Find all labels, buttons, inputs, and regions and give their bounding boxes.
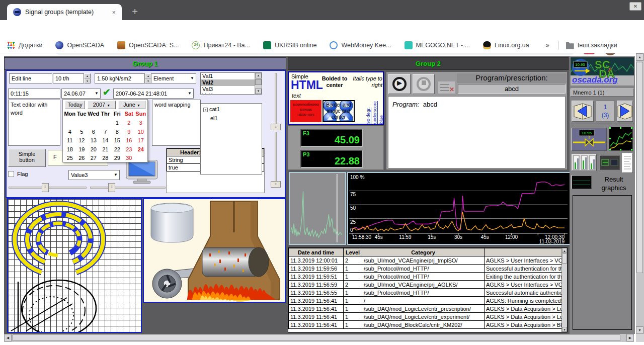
scroll-thumb[interactable] (255, 79, 262, 85)
program-field[interactable]: abcd (458, 84, 566, 94)
tree-node-row[interactable]: +cat1 (201, 104, 262, 112)
list-item[interactable]: Val1 (201, 73, 262, 79)
list-item[interactable]: Val4 (201, 93, 262, 95)
calendar-day[interactable]: 3 (135, 119, 147, 128)
calendar-day[interactable] (88, 119, 100, 128)
segments-thumbnail[interactable] (600, 155, 620, 170)
calendar-day[interactable]: 26 (76, 154, 88, 163)
page-horizontal-scrollbar[interactable]: ◀ ▶ (4, 334, 634, 342)
bookmark-item[interactable]: Linux.org.ua (483, 41, 529, 49)
tab-close-icon[interactable]: × (110, 9, 118, 16)
calendar-day[interactable]: 17 (135, 136, 147, 145)
log-row[interactable]: 11.3.2019 11:59:511/sub_Protocol/mod_HTT… (289, 273, 563, 281)
vslider1-handle[interactable]: ≡ (271, 124, 281, 130)
chevron-down-icon[interactable]: ▼ (114, 173, 118, 177)
calendar-day[interactable]: 14 (100, 136, 112, 145)
scroll-down-icon[interactable]: ▼ (255, 89, 262, 94)
stop-button[interactable] (413, 74, 435, 94)
log-row[interactable]: 11.3.2019 12:00:012/sub_UI/mod_VCAEngine… (289, 256, 563, 265)
calendar-day[interactable]: 29 (111, 154, 123, 163)
next-page-button[interactable] (617, 101, 633, 122)
calendar-day[interactable]: 13 (88, 136, 100, 145)
scroll-down-icon[interactable]: ▼ (636, 326, 643, 334)
document-thumbnail[interactable] (622, 153, 633, 173)
calendar-month-combobox[interactable]: June ▼ (118, 101, 145, 109)
calendar-day[interactable]: 21 (100, 145, 112, 154)
bookmark-item[interactable]: OpenSCADA: S... (117, 41, 179, 49)
calendar-day[interactable]: 23 (123, 145, 135, 154)
mnemo-selector[interactable]: Mnemo 1 (1) (571, 89, 634, 97)
bookmark-item[interactable]: » (542, 42, 549, 49)
log-row[interactable]: 11.3.2019 11:56:411/sub_DAQ/mod_LogicLev… (289, 305, 563, 313)
calendar-day[interactable]: 16 (123, 136, 135, 145)
prescription-list-button[interactable]: ✕ (438, 81, 456, 94)
list-scrollbar[interactable]: ▲▼ (255, 73, 262, 94)
bookmark-item[interactable]: MEGOGO.NET - ... (405, 41, 470, 49)
tree-widget[interactable]: +cat1 el1 (200, 103, 262, 175)
scroll-up-icon[interactable]: ▲ (562, 248, 567, 253)
word-wrap-area[interactable]: word wrapping (152, 100, 201, 146)
scroll-down-icon[interactable]: ▼ (562, 327, 567, 332)
bookmark-item[interactable]: UKRSIB online (263, 41, 316, 49)
hslider2-track[interactable] (90, 187, 166, 189)
calendar-day[interactable] (135, 154, 147, 163)
calendar-day[interactable]: 7 (100, 128, 112, 137)
page-vertical-scrollbar[interactable]: ▲ ▼ (636, 53, 644, 334)
prev-page-button[interactable] (572, 101, 594, 122)
list-item[interactable]: Val2 (201, 79, 262, 86)
spin-down-icon[interactable]: ▼ (84, 78, 91, 83)
val-list[interactable]: ▲▼ Val1Val2Val3Val4 (200, 72, 262, 95)
browser-tab[interactable]: Signal groups (template) × (7, 4, 122, 20)
calendar-day[interactable]: 22 (111, 145, 123, 154)
calendar-day[interactable]: 9 (123, 128, 135, 137)
spinner1-arrows[interactable]: ▲▼ (84, 73, 91, 83)
chevron-down-icon[interactable]: ▼ (95, 92, 99, 96)
calendar-day[interactable]: 20 (88, 145, 100, 154)
mnemo-thumbnail[interactable]: 10.95 (572, 128, 607, 151)
time-input[interactable]: 0:11:15 (8, 89, 60, 99)
vslider2-track[interactable] (275, 132, 277, 188)
calendar-day[interactable]: 15 (111, 136, 123, 145)
calendar-day[interactable]: 2 (123, 119, 135, 128)
calendar-day[interactable]: 10 (135, 128, 147, 137)
bars-thumbnail[interactable] (572, 154, 597, 171)
list-item[interactable]: Val3 (201, 86, 262, 93)
checkbox-icon[interactable] (8, 171, 14, 177)
text-editor-area[interactable]: Text editor with word (8, 100, 60, 146)
tree-expand-icon[interactable]: + (203, 108, 208, 112)
play-button[interactable]: ▶ (388, 74, 411, 94)
edit-line-input[interactable]: Edit line (9, 73, 52, 83)
calendar-day[interactable]: 8 (111, 128, 123, 137)
bookmark-item[interactable]: Додатки (7, 41, 42, 49)
spin-up-icon[interactable]: ▲ (84, 73, 91, 78)
hslider1-handle[interactable]: ≡ (42, 183, 49, 192)
spinner1-input[interactable]: 10 t/h (53, 73, 84, 83)
calendar-day[interactable]: 1 (111, 119, 123, 128)
scroll-right-icon[interactable]: ▶ (626, 334, 634, 341)
scroll-up-icon[interactable]: ▲ (636, 53, 643, 61)
date-input[interactable]: 24.06.07▼ (61, 89, 101, 99)
calendar-day[interactable]: 27 (88, 154, 100, 163)
bookmark-item[interactable]: Інші закладки (566, 41, 617, 49)
calendar-day[interactable]: 5 (76, 128, 88, 137)
calendar-day[interactable]: 11 (64, 136, 76, 145)
chevron-down-icon[interactable]: ▼ (188, 92, 192, 96)
calendar-day[interactable]: 25 (64, 154, 76, 163)
new-tab-button[interactable]: + (129, 6, 141, 18)
log-row[interactable]: 11.3.2019 11:56:411/sub_DAQ/mod_BlockCal… (289, 321, 563, 329)
calendar-day[interactable]: 6 (88, 128, 100, 137)
calendar-day[interactable]: 18 (64, 145, 76, 154)
calendar-day[interactable]: 12 (76, 136, 88, 145)
calendar-day[interactable]: 28 (100, 154, 112, 163)
calendar-year-combobox[interactable]: 2007 ▼ (88, 101, 116, 109)
calendar-day[interactable] (100, 119, 112, 128)
bookmark-item[interactable]: 24Приват24 - Ва... (192, 41, 250, 49)
window-close-button[interactable]: ✕ (629, 2, 641, 11)
calendar-today-button[interactable]: Today (65, 101, 85, 109)
chevron-down-icon[interactable]: ▼ (190, 76, 194, 80)
scroll-left-icon[interactable]: ◀ (4, 334, 12, 341)
trend-thumbnail[interactable] (609, 127, 633, 151)
calendar-day[interactable] (64, 119, 76, 128)
log-row[interactable]: 11.3.2019 11:56:551/sub_Protocol/mod_HTT… (289, 289, 563, 297)
calendar-day[interactable]: 19 (76, 145, 88, 154)
